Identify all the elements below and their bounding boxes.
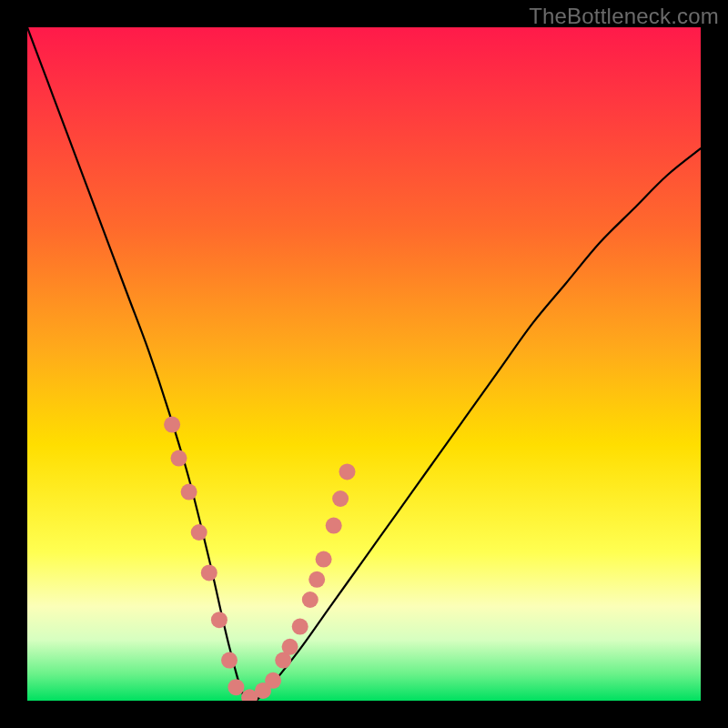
scatter-point <box>316 551 332 568</box>
scatter-point <box>228 679 244 695</box>
scatter-point <box>265 672 281 689</box>
scatter-point <box>302 592 318 608</box>
scatter-point <box>171 450 187 467</box>
scatter-point <box>282 639 298 655</box>
scatter-point <box>292 619 308 635</box>
gradient-background <box>27 27 701 701</box>
watermark-text: TheBottleneck.com <box>529 4 719 29</box>
scatter-point <box>201 564 217 581</box>
scatter-point <box>332 490 349 507</box>
scatter-point <box>326 518 342 534</box>
scatter-point <box>221 652 238 669</box>
outer-frame: TheBottleneck.com <box>0 0 728 728</box>
scatter-point <box>191 524 207 541</box>
chart-area <box>27 27 701 701</box>
scatter-point <box>308 571 325 588</box>
scatter-point <box>181 484 197 500</box>
chart-svg <box>27 27 701 701</box>
scatter-point <box>339 463 356 480</box>
scatter-point <box>164 417 180 433</box>
scatter-point <box>211 612 228 628</box>
